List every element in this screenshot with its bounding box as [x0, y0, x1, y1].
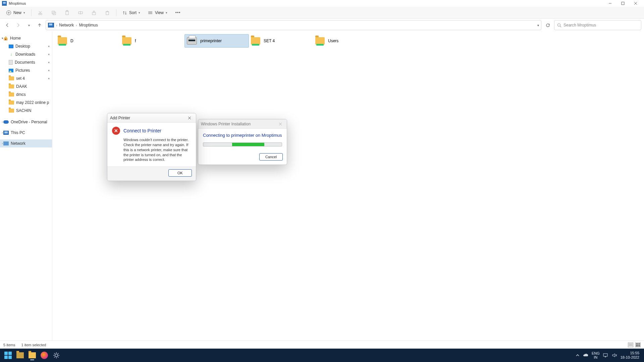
list-item[interactable]: Users [313, 34, 378, 48]
refresh-button[interactable] [543, 20, 553, 30]
sidebar-item-network[interactable]: ›Network [0, 139, 52, 147]
svg-rect-29 [5, 39, 6, 40]
dialog-titlebar[interactable]: Add Printer [107, 113, 196, 123]
chevron-down-icon[interactable]: ▾ [537, 23, 539, 27]
sidebar-label: Pictures [15, 68, 30, 73]
taskbar-explorer[interactable] [27, 350, 38, 361]
sidebar-item-sachin[interactable]: SACHIN [0, 107, 52, 115]
pin-icon: ✦ [46, 60, 51, 64]
item-label: D [70, 39, 73, 43]
documents-icon [9, 60, 13, 65]
chevron-down-icon[interactable]: ▾ [1, 37, 4, 40]
windows-icon [4, 352, 12, 359]
breadcrumb-location[interactable]: Mroptimus [79, 23, 98, 27]
rename-button[interactable] [75, 8, 86, 17]
svg-line-42 [54, 357, 55, 357]
svg-point-26 [148, 13, 149, 14]
svg-point-34 [55, 354, 58, 357]
folder-icon [9, 93, 14, 97]
sidebar-item-home[interactable]: ▾ Home [0, 34, 52, 42]
delete-button[interactable] [102, 8, 113, 17]
sidebar-item-documents[interactable]: Documents✦ [0, 58, 52, 66]
sidebar-label: Downloads [15, 52, 35, 57]
pin-icon: ✦ [46, 52, 51, 56]
progress-message: Connecting to primeprinter on Mroptimus [203, 133, 282, 138]
sidebar-label: OneDrive - Personal [11, 120, 47, 124]
pin-icon: ✦ [46, 44, 51, 48]
sidebar-item-onedrive[interactable]: ›OneDrive - Personal [0, 118, 52, 126]
tray-overflow-button[interactable] [576, 353, 580, 357]
list-item[interactable]: primeprinter [184, 34, 249, 48]
close-window-button[interactable] [629, 0, 642, 7]
icons-view-button[interactable] [635, 343, 641, 347]
folder-icon [9, 84, 14, 88]
forward-button[interactable] [13, 20, 23, 30]
sidebar-item-daak[interactable]: DAAK [0, 82, 52, 90]
volume-tray-icon[interactable] [612, 353, 617, 358]
svg-rect-13 [66, 11, 68, 15]
network-icon [3, 141, 9, 145]
window-title: Mroptimus [9, 1, 26, 5]
item-label: f [135, 39, 136, 43]
status-count: 5 items [3, 343, 15, 347]
sidebar-label: This PC [11, 130, 25, 135]
new-button[interactable]: New ▾ [3, 8, 28, 17]
address-bar[interactable]: › Network › Mroptimus ▾ [46, 20, 541, 30]
close-button[interactable] [186, 115, 193, 121]
sidebar-item-downloads[interactable]: ↓Downloads✦ [0, 50, 52, 58]
taskbar-firefox[interactable] [39, 350, 50, 361]
sidebar-item-dmcs[interactable]: dmcs [0, 90, 52, 99]
new-label: New [13, 10, 21, 15]
onedrive-tray-icon[interactable] [583, 353, 588, 357]
more-button[interactable]: ••• [173, 8, 183, 17]
plus-circle-icon [6, 10, 11, 15]
share-button[interactable] [89, 8, 99, 17]
recent-button[interactable]: ▾ [24, 20, 34, 30]
sort-label: Sort [129, 10, 137, 15]
copy-icon [51, 10, 56, 15]
sort-button[interactable]: Sort ▾ [120, 8, 143, 17]
list-item[interactable]: SET 4 [249, 34, 313, 48]
cut-button[interactable] [35, 8, 46, 17]
list-item[interactable]: f [120, 34, 184, 48]
ok-button[interactable]: OK [168, 169, 192, 177]
sidebar-item-desktop[interactable]: Desktop✦ [0, 42, 52, 50]
app-icon [2, 1, 7, 6]
taskbar: ENG IN 15:55 18-10-2022 [0, 349, 644, 362]
close-button[interactable] [277, 121, 284, 127]
paste-button[interactable] [62, 8, 72, 17]
cut-icon [38, 10, 43, 15]
taskbar-settings[interactable] [51, 350, 62, 361]
sidebar-label: may 2022 online p [16, 100, 49, 105]
share-icon [91, 10, 97, 15]
sidebar-item-thispc[interactable]: ›This PC [0, 129, 52, 137]
pictures-icon [9, 69, 13, 72]
progress-bar [203, 142, 282, 146]
sidebar-item-pictures[interactable]: Pictures✦ [0, 66, 52, 74]
dialog-titlebar[interactable]: Windows Printer Installation [198, 119, 287, 129]
svg-line-41 [58, 353, 58, 354]
printer-install-dialog: Windows Printer Installation Connecting … [198, 119, 287, 165]
minimize-button[interactable] [604, 0, 616, 7]
svg-rect-11 [52, 11, 55, 14]
back-button[interactable] [3, 20, 12, 30]
up-button[interactable] [35, 20, 44, 30]
view-button[interactable]: View ▾ [146, 8, 170, 17]
details-view-button[interactable] [628, 343, 633, 347]
clock[interactable]: 15:55 18-10-2022 [621, 351, 639, 360]
svg-line-39 [54, 353, 55, 354]
breadcrumb-network[interactable]: Network [59, 23, 74, 27]
copy-button[interactable] [48, 8, 59, 17]
content-area[interactable]: D f primeprinter SET 4 Users [52, 32, 644, 341]
start-button[interactable] [3, 350, 13, 361]
taskbar-app[interactable] [15, 350, 25, 361]
list-item[interactable]: D [56, 34, 120, 48]
chevron-right-icon[interactable]: › [1, 120, 4, 124]
maximize-button[interactable] [616, 0, 629, 7]
search-input[interactable]: Search Mroptimus [554, 20, 641, 30]
sidebar-item-may2022[interactable]: may 2022 online p [0, 99, 52, 107]
sidebar-item-set4[interactable]: set 4✦ [0, 74, 52, 82]
cancel-button[interactable]: Cancel [259, 153, 283, 161]
language-indicator[interactable]: ENG IN [592, 351, 600, 359]
network-tray-icon[interactable] [603, 353, 608, 358]
